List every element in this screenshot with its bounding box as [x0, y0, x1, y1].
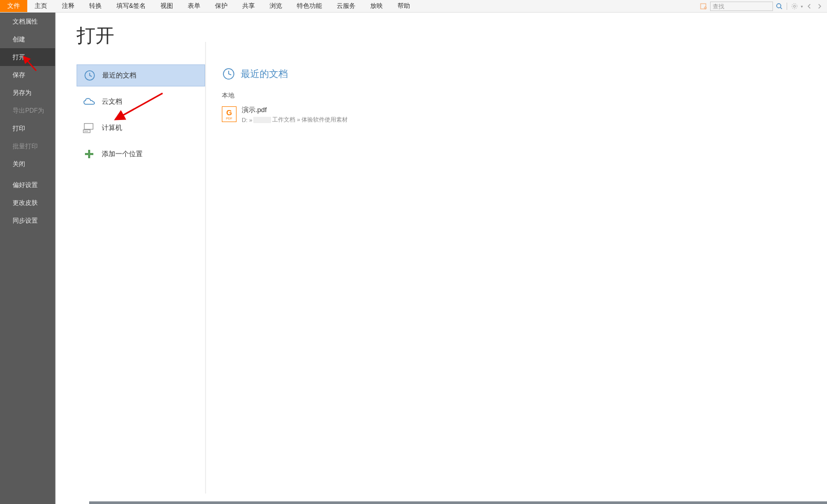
menu-item-convert[interactable]: 转换 [82, 0, 109, 12]
sidebar-item-saveas[interactable]: 另存为 [0, 84, 55, 102]
menu-item-special[interactable]: 特色功能 [289, 0, 329, 12]
location-label: 最近的文档 [102, 71, 136, 80]
doc-path: D: » 工作文档 » 体验软件使用素材 [242, 116, 348, 124]
docs-section-local: 本地 [222, 91, 827, 100]
nav-next-icon[interactable] [815, 2, 824, 10]
menu-item-fillsign[interactable]: 填写&签名 [109, 0, 153, 12]
sidebar-item-preferences[interactable]: 偏好设置 [0, 176, 55, 194]
plus-icon [83, 148, 95, 160]
sidebar-item-docprops[interactable]: 文档属性 [0, 13, 55, 30]
divider [787, 3, 787, 10]
dropdown-icon[interactable]: ▾ [801, 4, 803, 9]
menu-item-cloud[interactable]: 云服务 [329, 0, 363, 12]
location-label: 云文档 [102, 97, 122, 106]
search-placeholder: 查找 [713, 3, 724, 10]
svg-point-5 [792, 4, 797, 9]
recent-doc-entry[interactable]: G PDF 演示.pdf D: » 工作文档 » 体验软件使用素材 [222, 103, 827, 126]
top-menu: 文件 主页 注释 转换 填写&签名 视图 表单 保护 共享 浏览 特色功能 云服… [0, 0, 827, 13]
status-bar [89, 501, 827, 504]
location-recent[interactable]: 最近的文档 [77, 64, 205, 86]
sidebar-item-create[interactable]: 创建 [0, 30, 55, 48]
sidebar: 文档属性 创建 打开 保存 另存为 导出PDF为 打印 批量打印 关闭 偏好设置… [0, 13, 56, 504]
find-icon[interactable] [700, 2, 708, 10]
menu-item-browse[interactable]: 浏览 [262, 0, 289, 12]
location-label: 计算机 [102, 123, 122, 133]
docs-heading: 最近的文档 [241, 68, 288, 80]
redacted-text [253, 117, 271, 123]
sidebar-item-open[interactable]: 打开 [0, 48, 55, 66]
search-input[interactable]: 查找 [710, 2, 773, 11]
search-icon[interactable] [775, 2, 783, 10]
location-cloud[interactable]: 云文档 [77, 91, 205, 113]
sidebar-item-export[interactable]: 导出PDF为 [0, 102, 55, 119]
menu-item-play[interactable]: 放映 [363, 0, 390, 12]
sidebar-item-batchprint[interactable]: 批量打印 [0, 137, 55, 155]
svg-rect-0 [701, 4, 706, 9]
svg-point-4 [793, 5, 796, 7]
svg-rect-7 [84, 124, 93, 129]
cloud-icon [83, 95, 95, 108]
svg-point-2 [777, 4, 781, 8]
menu-item-view[interactable]: 视图 [153, 0, 180, 12]
location-computer[interactable]: 计算机 [77, 117, 205, 139]
location-add[interactable]: 添加一个位置 [77, 143, 205, 165]
clock-icon [83, 69, 96, 82]
sidebar-item-save[interactable]: 保存 [0, 66, 55, 84]
clock-icon [222, 67, 235, 81]
page-title: 打开 [77, 23, 205, 49]
menu-item-comment[interactable]: 注释 [55, 0, 82, 12]
svg-line-3 [780, 7, 782, 9]
doc-name: 演示.pdf [242, 105, 348, 115]
menu-item-form[interactable]: 表单 [180, 0, 208, 12]
sidebar-item-close[interactable]: 关闭 [0, 155, 55, 173]
menu-item-file[interactable]: 文件 [0, 0, 27, 12]
gear-icon[interactable] [790, 2, 799, 10]
nav-prev-icon[interactable] [805, 2, 813, 10]
svg-rect-11 [85, 153, 93, 155]
computer-icon [83, 122, 95, 134]
pdf-file-icon: G PDF [222, 106, 237, 122]
menu-item-home[interactable]: 主页 [27, 0, 55, 12]
sidebar-item-print[interactable]: 打印 [0, 119, 55, 137]
menu-item-share[interactable]: 共享 [235, 0, 262, 12]
sidebar-item-skin[interactable]: 更改皮肤 [0, 194, 55, 212]
location-label: 添加一个位置 [102, 149, 143, 159]
sidebar-item-sync[interactable]: 同步设置 [0, 212, 55, 229]
menu-item-help[interactable]: 帮助 [390, 0, 417, 12]
menu-item-protect[interactable]: 保护 [208, 0, 235, 12]
